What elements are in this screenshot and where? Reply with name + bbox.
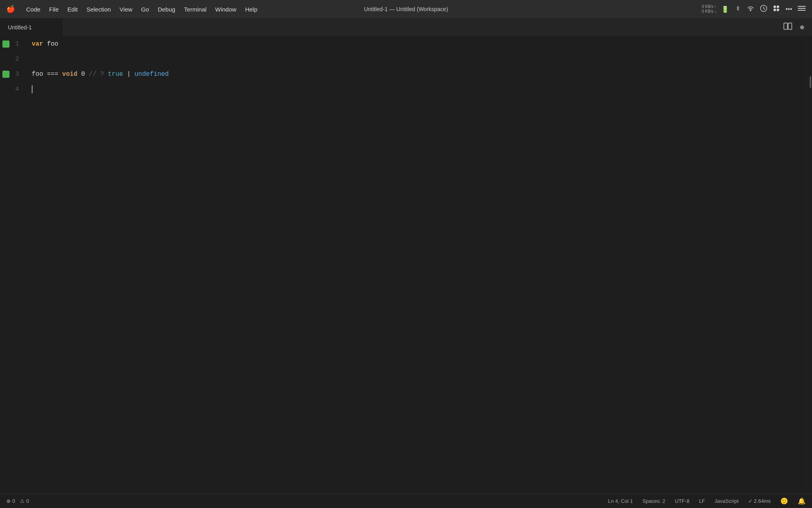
tab-label: Untitled-1 [8,24,32,31]
network-down: 0 KB/s ↓ [702,9,716,14]
editor-area: 1 2 3 4 var foo foo === void 0 // ? true… [0,37,812,494]
svg-rect-6 [798,6,806,7]
error-icon: ⊗ [6,498,11,504]
code-line-2 [24,52,806,67]
editor-gutter: 1 2 3 4 [0,37,24,494]
menu-help[interactable]: Help [241,4,261,14]
list-icon[interactable] [798,5,806,13]
menu-bar: 🍎 Code File Edit Selection View Go Debug… [0,0,812,18]
cursor-position: Ln 4, Col 1 [608,498,633,504]
spaces-label: Spaces: 2 [642,498,665,504]
breakpoint-1[interactable] [2,40,10,48]
language-label: JavaScript [714,498,739,504]
warning-count: 0 [26,498,29,504]
menu-debug[interactable]: Debug [154,4,179,14]
editor-scrollbar[interactable] [806,37,812,494]
title-bar-right: 0 KB/s ↑ 0 KB/s ↓ 🔋 [702,4,806,14]
gutter-line-1: 1 [0,37,24,52]
notification-icon[interactable]: 🔔 [798,497,806,505]
wifi-icon [747,5,755,13]
menu-view[interactable]: View [116,4,136,14]
svg-rect-8 [798,10,806,11]
line-number-3: 3 [15,71,19,78]
status-timing: ✓ 2.64ms [748,498,771,504]
svg-rect-9 [784,23,787,29]
split-editor-icon[interactable] [783,23,792,32]
battery-icon: 🔋 [721,6,729,13]
token-foo-2: foo [32,67,47,82]
menu-items: Code File Edit Selection View Go Debug T… [22,4,702,14]
status-spaces[interactable]: Spaces: 2 [642,498,665,504]
editor-content[interactable]: var foo foo === void 0 // ? true | undef… [24,37,806,494]
status-language[interactable]: JavaScript [714,498,739,504]
status-right: Ln 4, Col 1 Spaces: 2 UTF-8 LF JavaScrip… [608,497,806,505]
network-info: 0 KB/s ↑ 0 KB/s ↓ [702,4,716,14]
token-foo-1: foo [47,37,58,52]
line-number-2: 2 [15,56,19,63]
code-line-4 [24,82,806,97]
line-number-4: 4 [15,86,19,93]
more-icon[interactable]: ••• [785,6,792,13]
scrollbar-thumb[interactable] [810,76,811,88]
clock-icon [760,5,767,13]
svg-rect-2 [774,6,776,8]
line-ending-label: LF [699,498,705,504]
status-bar: ⊗ 0 ⚠ 0 Ln 4, Col 1 Spaces: 2 UTF-8 LF J… [0,494,812,508]
gutter-line-3: 3 [0,67,24,82]
tab-modified-dot [800,25,804,29]
menu-terminal[interactable]: Terminal [180,4,211,14]
editor-tab[interactable]: Untitled-1 [0,18,63,36]
svg-rect-5 [777,9,779,11]
menu-selection[interactable]: Selection [82,4,115,14]
code-line-3: foo === void 0 // ? true | undefined [24,67,806,82]
feedback-icon[interactable]: 🙂 [780,497,788,505]
token-triple-eq: === [47,67,62,82]
token-true: true [108,67,127,82]
status-errors[interactable]: ⊗ 0 [6,498,15,504]
status-warnings[interactable]: ⚠ 0 [20,498,29,504]
apple-menu-icon[interactable]: 🍎 [6,5,15,13]
menu-file[interactable]: File [45,4,63,14]
svg-rect-7 [798,8,806,9]
svg-rect-4 [774,9,776,11]
tab-bar: Untitled-1 [0,18,812,37]
cursor [32,85,33,93]
bluetooth-icon [735,5,741,13]
svg-rect-3 [777,6,779,8]
status-encoding[interactable]: UTF-8 [675,498,689,504]
tab-right-controls [783,18,812,36]
breakpoint-3[interactable] [2,71,10,78]
encoding-label: UTF-8 [675,498,689,504]
token-pipe: | [127,67,134,82]
warning-icon: ⚠ [20,498,25,504]
network-up: 0 KB/s ↑ [702,4,716,9]
title-bar-icons: 🔋 [721,5,806,13]
status-line-ending[interactable]: LF [699,498,705,504]
extensions-icon [773,5,780,13]
menu-edit[interactable]: Edit [63,4,82,14]
token-var: var [32,37,47,52]
token-comment: // ? [89,67,108,82]
error-count: 0 [12,498,15,504]
line-number-1: 1 [15,40,19,48]
svg-rect-10 [788,23,792,29]
gutter-line-4: 4 [0,82,24,97]
token-undefined: undefined [134,67,169,82]
status-position[interactable]: Ln 4, Col 1 [608,498,633,504]
gutter-line-2: 2 [0,52,24,67]
menu-window[interactable]: Window [211,4,240,14]
menu-code[interactable]: Code [22,4,44,14]
window-title: Untitled-1 — Untitled (Workspace) [364,6,448,12]
timing-label: ✓ 2.64ms [748,498,771,504]
token-zero: 0 [81,67,89,82]
code-line-1: var foo [24,37,806,52]
svg-point-0 [750,10,751,11]
menu-go[interactable]: Go [137,4,153,14]
status-left: ⊗ 0 ⚠ 0 [6,498,29,504]
token-void: void [62,67,81,82]
